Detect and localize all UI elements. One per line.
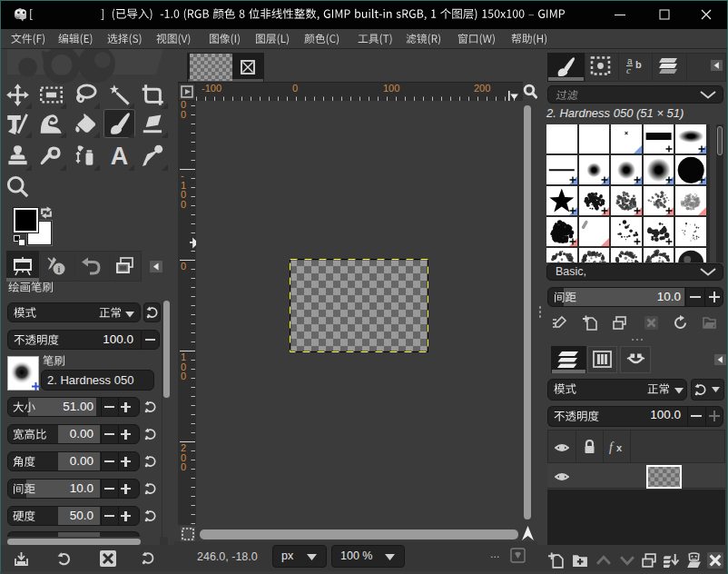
svg-text:f: f	[609, 440, 615, 454]
svg-text:b: b	[635, 59, 642, 70]
svg-text:A: A	[111, 144, 129, 168]
svg-text:i: i	[58, 264, 61, 274]
svg-text:x: x	[616, 442, 623, 453]
